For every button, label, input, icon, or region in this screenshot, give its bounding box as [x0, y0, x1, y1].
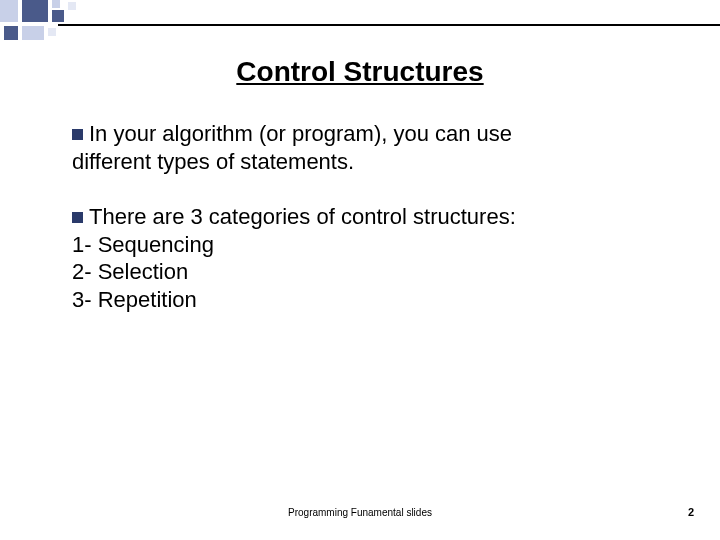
- bullet-item: In your algorithm (or program), you can …: [72, 120, 662, 175]
- slide-decoration: [0, 0, 720, 42]
- slide-title: Control Structures: [0, 56, 720, 88]
- category-item: 1- Sequencing: [72, 231, 662, 259]
- slide-content: In your algorithm (or program), you can …: [72, 120, 662, 313]
- square-bullet-icon: [72, 129, 83, 140]
- bullet-item: There are 3 categories of control struct…: [72, 203, 662, 313]
- bullet-text: In your algorithm (or program), you can …: [89, 121, 512, 146]
- category-item: 3- Repetition: [72, 286, 662, 314]
- page-number: 2: [688, 506, 694, 518]
- bullet-text: There are 3 categories of control struct…: [89, 204, 516, 229]
- category-item: 2- Selection: [72, 258, 662, 286]
- square-bullet-icon: [72, 212, 83, 223]
- footer-text: Programming Funamental slides: [0, 507, 720, 518]
- bullet-text-continuation: different types of statements.: [72, 148, 662, 176]
